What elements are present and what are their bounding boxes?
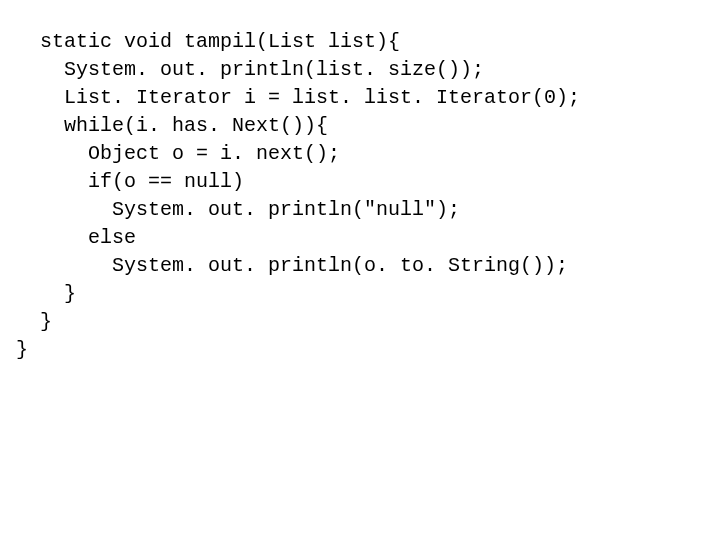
code-line: List. Iterator i = list. list. Iterator(… <box>16 86 580 109</box>
code-line: } <box>16 338 28 361</box>
code-line: System. out. println("null"); <box>16 198 460 221</box>
code-line: else <box>16 226 136 249</box>
code-line: } <box>16 282 76 305</box>
code-line: if(o == null) <box>16 170 244 193</box>
code-line: } <box>16 310 52 333</box>
code-line: System. out. println(o. to. String()); <box>16 254 568 277</box>
code-block: static void tampil(List list){ System. o… <box>0 0 720 364</box>
code-line: System. out. println(list. size()); <box>16 58 484 81</box>
code-line: while(i. has. Next()){ <box>16 114 328 137</box>
code-line: static void tampil(List list){ <box>16 30 400 53</box>
code-line: Object o = i. next(); <box>16 142 340 165</box>
